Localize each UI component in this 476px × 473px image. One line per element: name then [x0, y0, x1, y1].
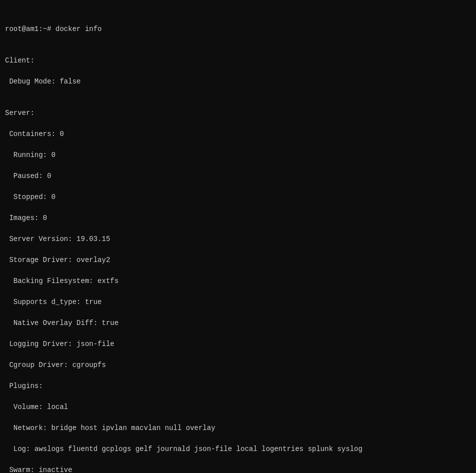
- terminal-line: Debug Mode: false: [5, 76, 471, 87]
- terminal-line: Running: 0: [5, 150, 471, 160]
- terminal-line: Volume: local: [5, 402, 471, 412]
- terminal-line: Plugins:: [5, 381, 471, 392]
- terminal-line: Log: awslogs fluentd gcplogs gelf journa…: [5, 444, 471, 454]
- terminal-line: Storage Driver: overlay2: [5, 255, 471, 266]
- terminal-line: Native Overlay Diff: true: [5, 318, 471, 328]
- terminal-line: Logging Driver: json-file: [5, 339, 471, 350]
- terminal-line: Cgroup Driver: cgroupfs: [5, 360, 471, 370]
- terminal-line: Backing Filesystem: extfs: [5, 276, 471, 286]
- terminal-line: Swarm: inactive: [5, 465, 471, 473]
- terminal-line: Containers: 0: [5, 129, 471, 140]
- terminal-line: Server:: [5, 108, 471, 118]
- terminal-line: Network: bridge host ipvlan macvlan null…: [5, 423, 471, 434]
- terminal-line: Client:: [5, 56, 471, 66]
- terminal: root@am1:~# docker info Client: Debug Mo…: [5, 3, 471, 473]
- terminal-line: Images: 0: [5, 213, 471, 224]
- terminal-line: Supports d_type: true: [5, 297, 471, 308]
- terminal-line: Server Version: 19.03.15: [5, 234, 471, 244]
- command-prompt: root@am1:~# docker info: [5, 24, 471, 34]
- terminal-line: Paused: 0: [5, 171, 471, 182]
- terminal-line: Stopped: 0: [5, 192, 471, 202]
